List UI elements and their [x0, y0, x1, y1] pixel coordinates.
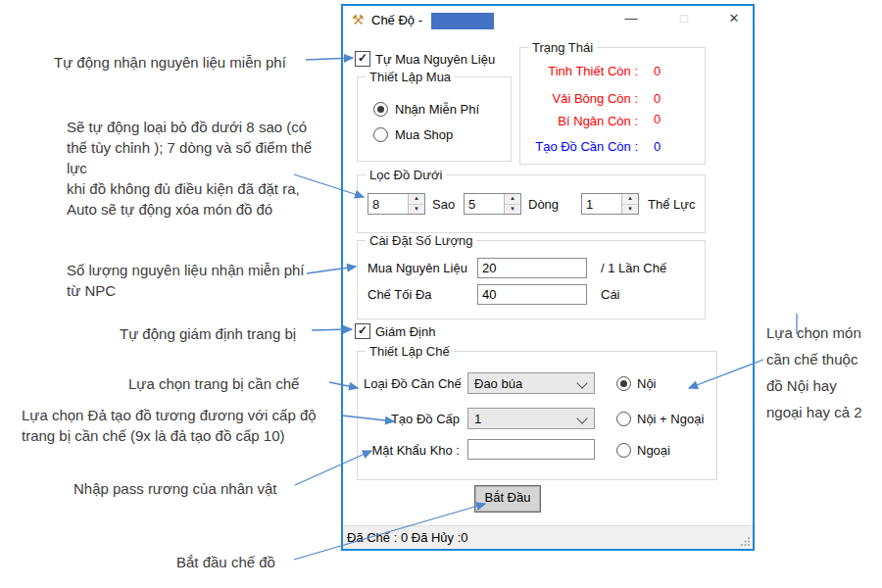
filter-group-title: Lọc Đồ Dưới — [366, 168, 446, 182]
buy-material-suffix: / 1 Lần Chế — [601, 261, 666, 275]
stamina-suffix: Thể Lực — [648, 197, 695, 212]
status-label: Tạo Đồ Cần Còn : — [524, 139, 638, 154]
warehouse-password-input[interactable] — [467, 439, 595, 460]
spin-down-icon[interactable]: ▼ — [622, 205, 638, 215]
buy-settings-group: Thiết Lập Mua Nhận Miễn Phí Mua Shop — [357, 76, 512, 162]
stamina-spinner-value[interactable]: 1 — [582, 194, 621, 214]
buy-material-input[interactable] — [477, 258, 587, 278]
status-bar-text: Đã Chế : 0 Đã Hủy :0 — [347, 530, 468, 545]
annotation-free-material: Tự động nhận nguyên liệu miễn phí — [54, 52, 286, 73]
auto-buy-label: Tự Mua Nguyên Liệu — [375, 52, 495, 67]
auto-buy-checkbox[interactable]: ✓ — [355, 51, 370, 67]
item-type-dropdown[interactable]: Đao búa — [467, 372, 595, 394]
start-button[interactable]: Bắt Đầu — [474, 485, 541, 513]
star-spinner[interactable]: 8 ▲▼ — [368, 193, 425, 215]
spin-up-icon[interactable]: ▲ — [622, 194, 638, 205]
craft-max-input[interactable] — [477, 284, 587, 305]
chevron-down-icon — [576, 377, 587, 388]
radio-buy-shop[interactable] — [373, 127, 388, 142]
status-value: 0 — [654, 64, 661, 78]
spin-up-icon[interactable]: ▲ — [409, 194, 424, 205]
craft-level-dropdown[interactable]: 1 — [467, 408, 595, 429]
annotation-auto-appraise: Tự động giám định trang bị — [120, 323, 296, 344]
line-spinner-value[interactable]: 5 — [465, 194, 504, 214]
annotation-noi-ngoai: Lựa chọn món cần chế thuộc đồ Nội hay ng… — [766, 319, 862, 425]
resize-grip-icon[interactable] — [740, 536, 751, 547]
status-value: 0 — [654, 112, 661, 126]
radio-noi-ngoai[interactable] — [616, 412, 631, 426]
stamina-spinner[interactable]: 1 ▲▼ — [581, 193, 639, 215]
line-suffix: Dòng — [528, 197, 559, 212]
maximize-icon: □ — [673, 11, 695, 30]
annotation-filter-rule: Sẽ tự động loại bỏ đồ dưới 8 sao (có thể… — [67, 117, 312, 220]
star-suffix: Sao — [432, 197, 455, 212]
minimize-icon[interactable]: — — [620, 11, 642, 30]
annotation-craft-level: Lựa chọn Đả tạo đồ tương đương với cấp đ… — [22, 405, 317, 446]
annotation-start-craft: Bắt đầu chế đồ — [176, 552, 275, 572]
radio-ngoai-label: Ngoại — [637, 443, 670, 458]
window-title: Chế Độ - — [371, 13, 422, 27]
status-value: 0 — [654, 139, 661, 154]
status-group: Trạng Thái Tinh Thiết Còn : 0 Vải Bông C… — [519, 47, 706, 165]
craft-level-value: 1 — [474, 412, 481, 426]
spin-down-icon[interactable]: ▼ — [505, 205, 520, 215]
buy-material-label: Mua Nguyên Liệu — [368, 261, 467, 275]
filter-group: Lọc Đồ Dưới 8 ▲▼ Sao 5 ▲▼ Dòng 1 ▲▼ Thể … — [357, 174, 706, 233]
radio-noi[interactable] — [616, 376, 631, 391]
craft-group-title: Thiết Lập Chế — [366, 344, 454, 359]
star-spinner-value[interactable]: 8 — [368, 194, 408, 214]
craft-max-suffix: Cái — [601, 287, 620, 302]
close-icon[interactable]: ✕ — [723, 11, 745, 30]
app-window: ⚒ Chế Độ - — □ ✕ ✓ Tự Mua Nguyên Liệu Th… — [341, 4, 755, 551]
annotation-warehouse-pass: Nhập pass rương của nhân vật — [74, 478, 277, 499]
quantity-group: Cài Đặt Số Lượng Mua Nguyên Liệu / 1 Lần… — [357, 240, 706, 319]
line-spinner[interactable]: 5 ▲▼ — [464, 193, 521, 215]
titlebar[interactable]: ⚒ Chế Độ - — □ ✕ — [343, 6, 753, 35]
radio-free-receive-label: Nhận Miễn Phí — [395, 102, 479, 117]
radio-noi-label: Nội — [637, 376, 657, 391]
radio-ngoai[interactable] — [616, 443, 631, 458]
quantity-group-title: Cài Đặt Số Lượng — [366, 233, 476, 248]
radio-noi-ngoai-label: Nội + Ngoại — [637, 412, 704, 426]
appraise-label: Giám Định — [375, 324, 435, 339]
status-group-title: Trạng Thái — [528, 40, 597, 55]
annotation-npc-quantity: Số lượng nguyên liệu nhận miễn phí từ NP… — [67, 260, 305, 301]
chevron-down-icon — [576, 413, 587, 423]
item-type-label: Loại Đồ Cần Chế — [364, 376, 460, 391]
item-type-value: Đao búa — [474, 376, 522, 391]
craft-group: Thiết Lập Chế Loại Đồ Cần Chế Đao búa Tạ… — [357, 351, 717, 480]
buy-settings-title: Thiết Lập Mua — [366, 70, 455, 84]
spin-down-icon[interactable]: ▼ — [409, 205, 424, 215]
spin-up-icon[interactable]: ▲ — [505, 194, 520, 205]
status-label: Tinh Thiết Còn : — [524, 64, 638, 78]
status-bar: Đã Chế : 0 Đã Hủy :0 — [343, 525, 753, 549]
craft-max-label: Chế Tối Đa — [368, 287, 432, 302]
redacted-title-text — [431, 13, 494, 29]
radio-free-receive[interactable] — [373, 102, 388, 117]
app-icon: ⚒ — [352, 12, 365, 27]
status-value: 0 — [654, 91, 661, 106]
craft-level-label: Tạo Đồ Cấp — [364, 412, 460, 426]
warehouse-password-label: Mật Khẩu Kho : — [364, 443, 460, 458]
status-label: Vải Bông Còn : — [524, 91, 638, 106]
appraise-checkbox[interactable]: ✓ — [355, 323, 370, 339]
radio-buy-shop-label: Mua Shop — [395, 127, 453, 142]
status-label: Bí Ngân Còn : — [524, 114, 638, 128]
annotation-choose-item: Lựa chọn trang bị cần chế — [128, 373, 299, 394]
